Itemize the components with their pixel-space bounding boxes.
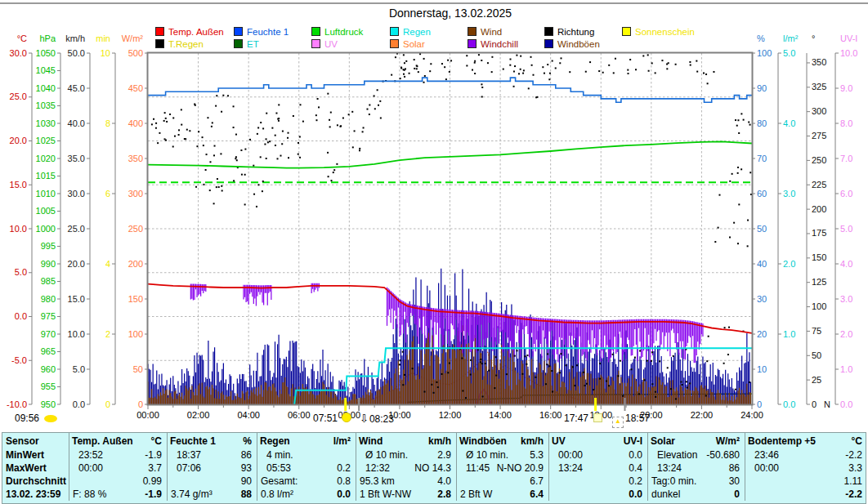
table-cell-value: 30: [647, 475, 740, 488]
svg-text:5.0: 5.0: [783, 48, 795, 58]
svg-text:7.0: 7.0: [840, 154, 852, 163]
table-cell-value: 5.3: [456, 448, 544, 462]
svg-text:965: 965: [41, 346, 56, 356]
svg-text:1030: 1030: [36, 118, 56, 128]
chart-plot-area[interactable]: 30.025.020.015.010.05.00.0-5.0-10.0°C105…: [0, 0, 868, 504]
svg-text:225: 225: [812, 180, 826, 190]
svg-text:5.0: 5.0: [840, 224, 852, 234]
svg-text:9.0: 9.0: [840, 83, 852, 93]
svg-text:50: 50: [757, 224, 767, 234]
axis-unit-hPa: hPa: [39, 33, 56, 43]
svg-text:0.0: 0.0: [15, 311, 27, 321]
svg-text:250: 250: [812, 155, 826, 165]
moon-icon: [44, 415, 57, 422]
svg-text:15.0: 15.0: [68, 294, 85, 304]
svg-text:1020: 1020: [36, 154, 56, 163]
arrow-down-icon: ⇩: [360, 413, 369, 425]
axis-unit-%: %: [757, 33, 765, 43]
svg-text:20.0: 20.0: [10, 136, 27, 145]
axis-unit-UV-I: UV-I: [840, 33, 857, 43]
svg-text:8.0: 8.0: [840, 118, 852, 128]
svg-text:70: 70: [757, 154, 767, 163]
sun-moon-time-sun: 07:51: [313, 413, 351, 427]
sun-moon-time-arrow-down: ⇩08:23: [353, 413, 394, 427]
svg-text:0: 0: [757, 399, 762, 409]
svg-text:4: 4: [105, 259, 110, 269]
sun-moon-time-sunset-square: 17:47: [564, 413, 602, 427]
svg-text:2.0: 2.0: [840, 329, 852, 339]
svg-text:250: 250: [128, 224, 143, 234]
svg-text:00:00: 00:00: [136, 410, 159, 420]
x-axis: 00:0002:0004:0006:0008:0010:0012:0014:00…: [136, 404, 763, 420]
svg-text:950: 950: [41, 399, 56, 409]
table-cell-value: NO 14.3: [356, 462, 451, 475]
svg-text:0: 0: [138, 399, 143, 409]
table-cell-value: 88: [167, 488, 252, 501]
svg-text:1050: 1050: [36, 48, 56, 58]
svg-text:50: 50: [812, 350, 821, 360]
svg-text:0.0: 0.0: [73, 399, 85, 409]
svg-text:4.0: 4.0: [840, 259, 852, 269]
table-column-unit: °C: [69, 435, 162, 448]
svg-text:80: 80: [757, 118, 767, 128]
svg-text:0: 0: [105, 399, 110, 409]
moonrise-square-icon: ▲: [612, 417, 624, 428]
svg-text:5.0: 5.0: [15, 267, 27, 277]
table-column-unit: %: [167, 435, 252, 448]
svg-text:40: 40: [757, 259, 767, 269]
svg-text:325: 325: [812, 82, 826, 91]
svg-text:500: 500: [128, 48, 143, 58]
svg-text:175: 175: [812, 228, 826, 238]
table-row-label: MaxWert: [6, 462, 47, 475]
svg-text:300: 300: [128, 189, 143, 198]
svg-text:3.0: 3.0: [783, 189, 795, 198]
axis-hPa: 1050104510401035103010251020101510101005…: [36, 33, 60, 409]
svg-text:14:00: 14:00: [489, 410, 512, 420]
svg-text:25.0: 25.0: [68, 224, 85, 234]
table-cell-value: 86: [647, 462, 740, 475]
svg-text:980: 980: [41, 294, 56, 304]
sun-moon-time-label: 17:47: [564, 413, 588, 424]
sunset-square-icon: [593, 413, 602, 422]
table-cell-value: 4.0: [356, 475, 451, 488]
svg-text:0: 0: [812, 399, 817, 409]
svg-text:350: 350: [128, 154, 143, 163]
axis-min: 1086420min: [96, 33, 115, 409]
table-cell-value: 86: [167, 448, 252, 462]
svg-text:30.0: 30.0: [68, 189, 85, 198]
svg-text:1045: 1045: [36, 65, 56, 75]
table-cell-value: 0: [647, 488, 740, 501]
svg-text:955: 955: [41, 381, 56, 391]
table-cell-value: 6.7: [456, 475, 544, 488]
svg-text:30: 30: [757, 294, 767, 304]
svg-text:-10.0: -10.0: [7, 399, 27, 409]
table-column-unit: UV-I: [548, 435, 642, 448]
svg-text:300: 300: [812, 106, 826, 116]
table-cell-value: 2.8: [356, 488, 451, 501]
svg-text:20.0: 20.0: [68, 259, 85, 269]
table-column-unit: °C: [745, 435, 862, 448]
sun-moon-time-moonrise-square: ▲18:57: [612, 413, 650, 427]
table-cell-value: 0.8: [257, 475, 351, 488]
svg-text:60: 60: [757, 189, 767, 198]
sun-moon-time-label: 07:51: [313, 413, 338, 424]
svg-text:150: 150: [812, 252, 826, 262]
svg-text:100: 100: [128, 329, 143, 339]
axis-%: 1009080706050403020100%: [752, 33, 772, 409]
sensor-table: SensorMinWertMaxWertDurchschnitt13.02. 2…: [2, 432, 866, 504]
axis-unit-min: min: [96, 33, 110, 43]
svg-text:22:00: 22:00: [691, 410, 714, 420]
svg-text:10: 10: [757, 364, 767, 374]
table-cell-value: 93: [167, 462, 252, 475]
svg-text:0.0: 0.0: [783, 399, 795, 409]
table-cell-value: 0.2: [548, 475, 642, 488]
table-column-unit: W/m²: [647, 435, 740, 448]
svg-text:1.0: 1.0: [783, 329, 795, 339]
table-column-unit: km/h: [356, 435, 451, 448]
svg-text:975: 975: [41, 311, 56, 321]
svg-text:1040: 1040: [36, 83, 56, 93]
svg-text:150: 150: [128, 294, 143, 304]
weather-day-chart-window: Donnerstag, 13.02.2025 Temp. AußenFeucht…: [0, 0, 868, 504]
svg-text:200: 200: [128, 259, 143, 269]
table-column-unit: km/h: [456, 435, 544, 448]
